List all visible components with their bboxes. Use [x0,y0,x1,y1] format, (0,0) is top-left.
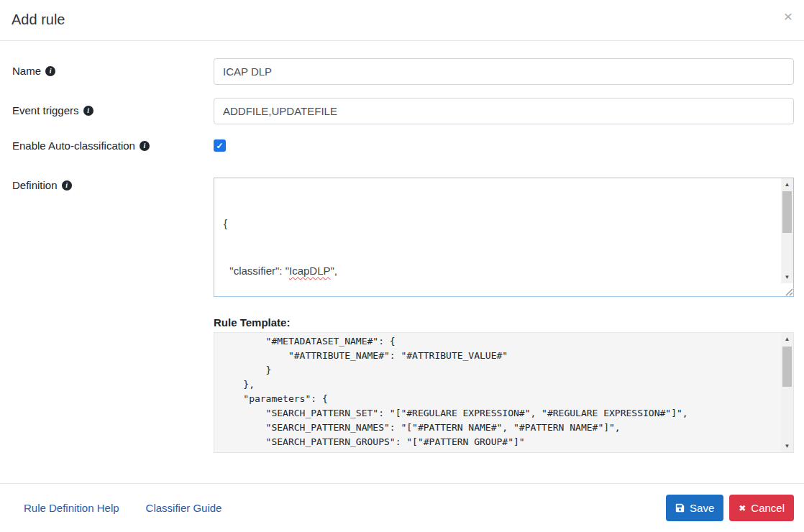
close-icon[interactable]: × [784,9,792,24]
definition-label-text: Definition [12,179,58,191]
check-icon: ✓ [216,142,223,150]
resize-handle-icon[interactable] [781,284,793,296]
cancel-button-label: Cancel [751,502,785,514]
scroll-up-icon[interactable]: ▲ [781,178,793,191]
dialog-header: Add rule × [0,0,804,41]
scrollbar-thumb[interactable] [782,191,792,233]
name-label: Name i [12,65,55,77]
footer-buttons: Save ✖ Cancel [666,495,794,521]
dialog-footer: Rule Definition Help Classifier Guide Sa… [0,483,804,532]
auto-classification-checkbox[interactable]: ✓ [214,139,226,152]
auto-classification-label-text: Enable Auto-classification [12,139,135,152]
rule-template-label: Rule Template: [214,316,290,329]
info-icon[interactable]: i [62,180,72,191]
cancel-x-icon: ✖ [739,504,746,513]
scroll-up-icon[interactable]: ▲ [781,333,793,345]
cancel-button[interactable]: ✖ Cancel [729,495,794,521]
event-triggers-label-text: Event triggers [12,104,79,116]
scrollbar-thumb[interactable] [782,347,792,387]
scroll-down-icon[interactable]: ▼ [781,440,793,452]
footer-links: Rule Definition Help Classifier Guide [24,502,221,514]
definition-editor[interactable]: { "classifier": "IcapDLP", "precondition… [214,178,794,297]
save-button-label: Save [690,502,714,514]
rule-template-code: "#METADATASET_NAME#": { "#ATTRIBUTE_NAME… [221,334,777,452]
dialog-title: Add rule [12,12,65,28]
rule-template-viewer: "#METADATASET_NAME#": { "#ATTRIBUTE_NAME… [214,332,794,453]
name-label-text: Name [12,65,41,77]
event-triggers-input[interactable] [214,98,794,124]
rule-definition-help-link[interactable]: Rule Definition Help [24,502,119,514]
save-icon [675,503,685,513]
add-rule-dialog: Add rule × Name i Event triggers i Enabl… [0,0,804,532]
misspelled-word: IcapDLP [289,265,331,277]
info-icon[interactable]: i [83,106,93,116]
definition-text: { "classifier": "IcapDLP", "precondition… [224,184,773,295]
info-icon[interactable]: i [45,66,55,76]
scroll-down-icon[interactable]: ▼ [781,271,793,283]
event-triggers-label: Event triggers i [12,104,93,116]
definition-label: Definition i [12,179,72,191]
name-input[interactable] [214,58,794,85]
classifier-guide-link[interactable]: Classifier Guide [146,502,222,514]
auto-classification-label: Enable Auto-classification i [12,139,150,152]
info-icon[interactable]: i [140,141,150,151]
template-scrollbar[interactable]: ▲ ▼ [781,333,793,452]
definition-scrollbar[interactable]: ▲ ▼ [781,178,793,283]
save-button[interactable]: Save [666,495,723,521]
